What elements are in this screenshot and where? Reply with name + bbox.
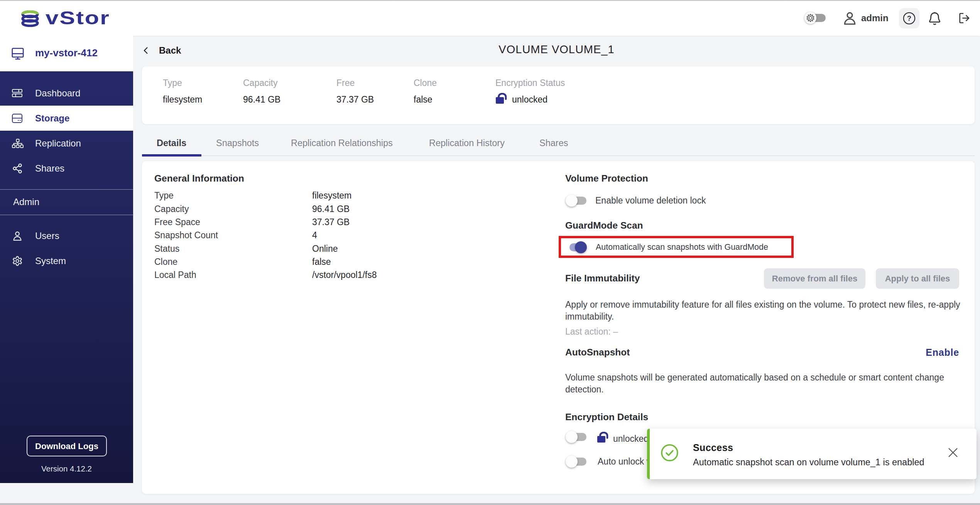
svg-text:?: ? [907, 15, 911, 22]
